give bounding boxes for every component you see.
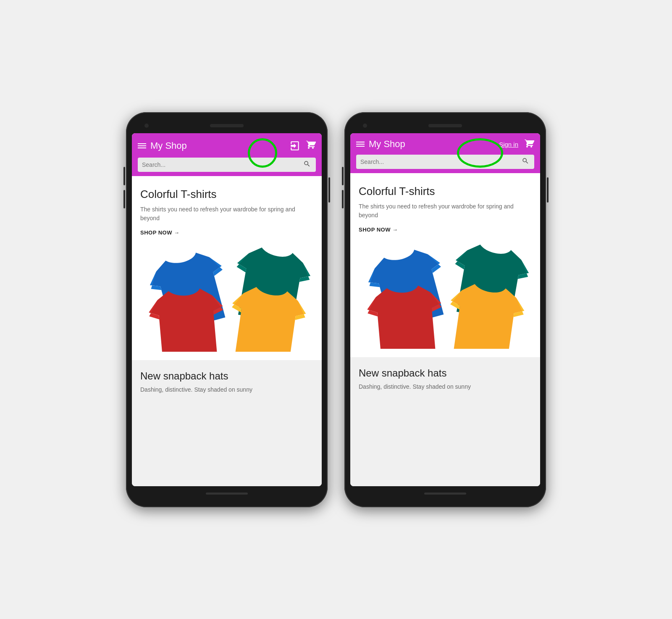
speaker — [210, 124, 244, 127]
volume-up-button — [123, 167, 125, 185]
power-button-right — [547, 177, 549, 203]
phone-left-screen: My Shop — [132, 133, 322, 486]
signin-icon-button-left[interactable] — [287, 138, 302, 153]
phone-bottom-bar-right — [350, 488, 540, 500]
cart-icon-left[interactable] — [306, 140, 316, 152]
next-desc-right: Dashing, distinctive. Stay shaded on sun… — [359, 382, 532, 391]
phone-left-wrapper: My Shop — [126, 112, 328, 507]
shop-title-right: My Shop — [369, 139, 492, 150]
camera — [144, 124, 149, 128]
search-bar-right — [356, 155, 534, 169]
search-button-left[interactable] — [302, 160, 312, 169]
hamburger-menu-right[interactable] — [356, 142, 365, 147]
phone-top-bar — [132, 120, 322, 132]
tshirts-image-right — [359, 240, 532, 349]
phone-right-frame: My Shop Sign in — [344, 112, 546, 507]
home-indicator-right — [424, 493, 466, 495]
header-actions-right: Sign in — [496, 138, 534, 150]
shop-title-left: My Shop — [150, 140, 283, 151]
volume-down-button — [123, 190, 125, 208]
phone-right-wrapper: My Shop Sign in — [344, 112, 546, 507]
header-top-right: My Shop Sign in — [356, 138, 534, 150]
app-content-right: Colorful T-shirts The shirts you need to… — [350, 173, 540, 486]
next-section-left: New snapback hats Dashing, distinctive. … — [132, 360, 322, 486]
hero-title-right: Colorful T-shirts — [359, 185, 532, 198]
hero-title-left: Colorful T-shirts — [140, 188, 313, 201]
shop-now-right[interactable]: SHOP NOW → — [359, 227, 532, 233]
camera-right — [363, 124, 367, 128]
next-desc-left: Dashing, distinctive. Stay shaded on sun… — [140, 385, 313, 394]
hero-desc-left: The shirts you need to refresh your ward… — [140, 205, 313, 223]
app-content-left: Colorful T-shirts The shirts you need to… — [132, 176, 322, 486]
home-indicator-left — [206, 493, 248, 495]
next-section-right: New snapback hats Dashing, distinctive. … — [350, 357, 540, 486]
search-bar-left — [138, 158, 316, 172]
shop-now-left[interactable]: SHOP NOW → — [140, 229, 313, 236]
hero-section-left: Colorful T-shirts The shirts you need to… — [132, 176, 322, 360]
power-button — [328, 177, 330, 203]
phone-top-bar-right — [350, 120, 540, 132]
header-actions-left — [287, 138, 316, 153]
hero-desc-right: The shirts you need to refresh your ward… — [359, 202, 532, 220]
search-input-right[interactable] — [360, 158, 521, 165]
header-top-left: My Shop — [138, 138, 316, 153]
phone-bottom-bar-left — [132, 488, 322, 500]
app-header-right: My Shop Sign in — [350, 133, 540, 173]
hamburger-menu-left[interactable] — [138, 143, 146, 148]
phone-right-screen: My Shop Sign in — [350, 133, 540, 486]
next-title-right: New snapback hats — [359, 367, 532, 379]
search-button-right[interactable] — [521, 157, 530, 166]
cart-icon-right[interactable] — [524, 138, 534, 150]
search-input-left[interactable] — [142, 161, 302, 168]
tshirts-image-left — [140, 242, 313, 352]
phone-left-frame: My Shop — [126, 112, 328, 507]
volume-up-button-right — [342, 167, 344, 185]
signin-text-button-right[interactable]: Sign in — [496, 139, 521, 150]
next-title-left: New snapback hats — [140, 370, 313, 382]
hero-section-right: Colorful T-shirts The shirts you need to… — [350, 173, 540, 357]
volume-down-button-right — [342, 190, 344, 208]
app-header-left: My Shop — [132, 133, 322, 176]
speaker-right — [428, 124, 462, 127]
